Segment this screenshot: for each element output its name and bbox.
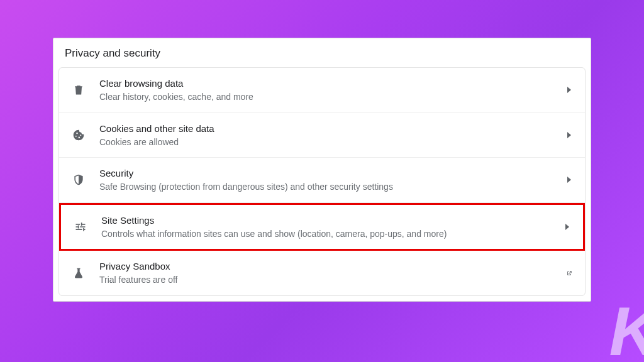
chevron-right-icon [566,132,572,138]
row-subtitle: Safe Browsing (protection from dangerous… [99,181,558,194]
trash-icon [72,83,86,97]
row-privacy-sandbox[interactable]: Privacy Sandbox Trial features are off [59,251,585,295]
row-clear-browsing-data[interactable]: Clear browsing data Clear history, cooki… [59,68,585,113]
external-link-icon [566,270,572,277]
row-site-settings[interactable]: Site Settings Controls what information … [59,203,585,251]
row-text: Cookies and other site data Cookies are … [99,122,558,149]
row-subtitle: Clear history, cookies, cache, and more [99,91,558,104]
chevron-right-icon [566,87,572,93]
watermark: K [609,291,644,362]
sliders-icon [74,220,87,234]
panel-title: Privacy and security [53,38,591,67]
row-subtitle: Controls what information sites can use … [101,228,557,241]
row-title: Security [99,167,558,180]
row-subtitle: Cookies are allowed [99,136,558,149]
shield-icon [72,173,86,187]
flask-icon [72,266,86,280]
privacy-security-panel: Privacy and security Clear browsing data… [53,38,591,302]
row-title: Cookies and other site data [99,122,558,135]
chevron-right-icon [564,224,570,230]
row-security[interactable]: Security Safe Browsing (protection from … [59,158,585,203]
row-title: Clear browsing data [99,77,558,90]
row-text: Security Safe Browsing (protection from … [99,167,558,194]
settings-list: Clear browsing data Clear history, cooki… [58,67,586,296]
row-text: Site Settings Controls what information … [101,214,557,241]
row-title: Privacy Sandbox [99,260,558,273]
row-text: Clear browsing data Clear history, cooki… [99,77,558,104]
row-title: Site Settings [101,214,557,227]
cookie-icon [72,128,86,142]
row-text: Privacy Sandbox Trial features are off [99,260,558,287]
chevron-right-icon [566,177,572,183]
row-cookies[interactable]: Cookies and other site data Cookies are … [59,113,585,158]
row-subtitle: Trial features are off [99,274,558,287]
